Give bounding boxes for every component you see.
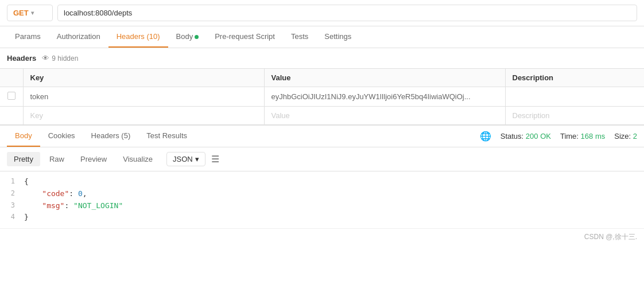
request-tabs: Params Authorization Headers (10) Body P… — [0, 26, 644, 48]
row-value[interactable]: eyJhbGciOiJIUzI1NiJ9.eyJuYW1lIljoi6YeR5b… — [264, 87, 505, 107]
json-format-select[interactable]: JSON ▾ — [166, 152, 205, 166]
headers-section: Headers 👁 9 hidden — [0, 48, 644, 69]
row-checkbox-cell — [0, 87, 23, 107]
json-line-1: 1 { — [7, 176, 637, 188]
tab-pre-request[interactable]: Pre-request Script — [207, 26, 283, 48]
res-tab-headers[interactable]: Headers (5) — [83, 126, 139, 147]
fmt-preview[interactable]: Preview — [73, 152, 114, 166]
tab-settings[interactable]: Settings — [316, 26, 359, 48]
status-label: Status: 200 OK — [501, 132, 551, 140]
json-line-2: 2 "code": 0, — [7, 188, 637, 200]
table-row-empty: Key Value Description — [0, 107, 644, 125]
response-section: Body Cookies Headers (5) Test Results 🌐 … — [0, 124, 644, 228]
row-desc — [505, 87, 644, 107]
fmt-visualize[interactable]: Visualize — [116, 152, 160, 166]
row-key[interactable]: token — [23, 87, 264, 107]
json-content: 1 { 2 "code": 0, 3 "msg": "NOT_LOGIN" 4 … — [0, 171, 644, 228]
method-label: GET — [13, 9, 29, 17]
table-row: token eyJhbGciOiJIUzI1NiJ9.eyJuYW1lIljoi… — [0, 87, 644, 107]
tab-authorization[interactable]: Authorization — [49, 26, 108, 48]
time-value: 168 ms — [581, 132, 606, 140]
url-bar: GET ▾ — [0, 0, 644, 26]
col-value-header: Value — [264, 69, 505, 87]
col-check-header — [0, 69, 23, 87]
url-input[interactable] — [57, 5, 637, 21]
tab-tests[interactable]: Tests — [283, 26, 316, 48]
wrap-lines-icon[interactable]: ☰ — [211, 154, 219, 165]
response-status-bar: 🌐 Status: 200 OK Time: 168 ms Size: 2 — [480, 131, 637, 142]
empty-check-cell — [0, 107, 23, 125]
chevron-down-icon: ▾ — [31, 10, 34, 16]
hidden-count: 👁 9 hidden — [42, 54, 78, 62]
empty-desc[interactable]: Description — [505, 107, 644, 125]
fmt-raw[interactable]: Raw — [42, 152, 71, 166]
body-dot-icon — [195, 35, 199, 39]
method-dropdown[interactable]: GET ▾ — [7, 5, 53, 21]
empty-key[interactable]: Key — [23, 107, 264, 125]
row-checkbox[interactable] — [7, 92, 15, 100]
empty-value[interactable]: Value — [264, 107, 505, 125]
res-tab-body[interactable]: Body — [7, 126, 40, 147]
res-tab-cookies[interactable]: Cookies — [40, 126, 83, 147]
response-tabs: Body Cookies Headers (5) Test Results 🌐 … — [0, 126, 644, 147]
status-value: 200 OK — [526, 132, 551, 140]
globe-icon: 🌐 — [480, 131, 491, 142]
headers-label: Headers — [7, 54, 36, 62]
size-value: 2 — [633, 132, 637, 140]
col-key-header: Key — [23, 69, 264, 87]
json-line-3: 3 "msg": "NOT_LOGIN" — [7, 200, 637, 212]
footer-text: CSDN @,徐十三. — [584, 233, 637, 241]
fmt-pretty[interactable]: Pretty — [7, 152, 40, 166]
col-desc-header: Description — [505, 69, 644, 87]
chevron-down-icon: ▾ — [195, 155, 199, 163]
eye-icon: 👁 — [42, 54, 49, 62]
tab-body[interactable]: Body — [168, 26, 207, 48]
format-bar: Pretty Raw Preview Visualize JSON ▾ ☰ — [0, 147, 644, 171]
res-tab-test-results[interactable]: Test Results — [138, 126, 195, 147]
footer: CSDN @,徐十三. — [0, 228, 644, 245]
tab-headers[interactable]: Headers (10) — [108, 26, 168, 48]
json-line-4: 4 } — [7, 212, 637, 224]
size-label: Size: 2 — [614, 132, 637, 140]
tab-params[interactable]: Params — [7, 26, 49, 48]
headers-table: Key Value Description token eyJhbGciOiJI… — [0, 69, 644, 124]
time-label: Time: 168 ms — [560, 132, 605, 140]
